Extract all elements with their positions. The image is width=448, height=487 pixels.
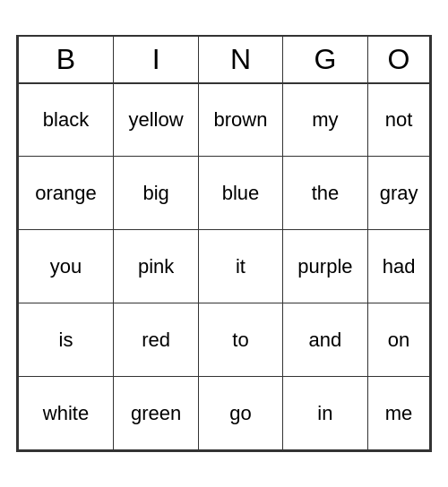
table-cell: not [368, 83, 430, 157]
table-cell: on [368, 303, 430, 377]
header-i: I [113, 37, 198, 83]
table-cell: gray [368, 157, 430, 230]
table-cell: black [19, 83, 114, 157]
bingo-body: blackyellowbrownmynotorangebigbluethegra… [19, 83, 430, 450]
table-cell: yellow [113, 83, 198, 157]
table-cell: to [199, 303, 283, 377]
header-o: O [368, 37, 430, 83]
header-g: G [282, 37, 367, 83]
table-cell: is [19, 303, 114, 377]
table-cell: the [282, 157, 367, 230]
table-row: whitegreengoinme [19, 377, 430, 450]
table-cell: it [199, 230, 283, 303]
table-row: blackyellowbrownmynot [19, 83, 430, 157]
table-cell: pink [113, 230, 198, 303]
table-cell: red [113, 303, 198, 377]
header-b: B [19, 37, 114, 83]
table-cell: green [113, 377, 198, 450]
table-cell: brown [199, 83, 283, 157]
table-cell: me [368, 377, 430, 450]
table-cell: and [282, 303, 367, 377]
table-cell: had [368, 230, 430, 303]
table-row: youpinkitpurplehad [19, 230, 430, 303]
table-cell: in [282, 377, 367, 450]
table-row: orangebigbluethegray [19, 157, 430, 230]
bingo-card: B I N G O blackyellowbrownmynotorangebig… [16, 35, 432, 453]
header-row: B I N G O [19, 37, 430, 83]
header-n: N [199, 37, 283, 83]
table-row: isredtoandon [19, 303, 430, 377]
table-cell: go [199, 377, 283, 450]
table-cell: orange [19, 157, 114, 230]
table-cell: white [19, 377, 114, 450]
table-cell: you [19, 230, 114, 303]
table-cell: blue [199, 157, 283, 230]
bingo-table: B I N G O blackyellowbrownmynotorangebig… [18, 37, 430, 451]
table-cell: my [282, 83, 367, 157]
table-cell: big [113, 157, 198, 230]
table-cell: purple [282, 230, 367, 303]
